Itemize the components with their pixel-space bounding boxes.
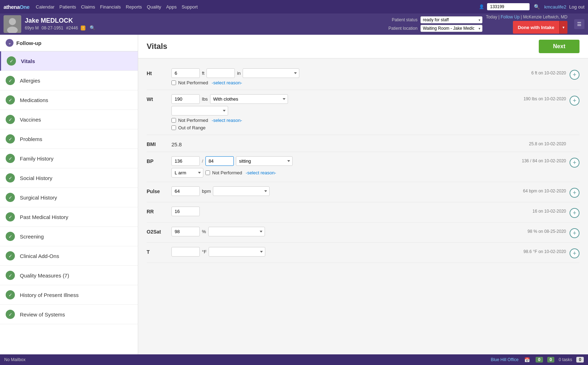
nav-reports[interactable]: Reports xyxy=(126,4,142,10)
patient-alert-badge: ! xyxy=(81,26,85,30)
pulse-value-input[interactable] xyxy=(171,186,200,196)
bp-slash: / xyxy=(202,158,203,164)
sidebar-item-vaccines[interactable]: ✓ Vaccines xyxy=(0,110,138,129)
sidebar-title: Follow-up xyxy=(16,40,41,46)
bp-diastolic-input[interactable] xyxy=(205,156,234,166)
sidebar-item-medications[interactable]: ✓ Medications xyxy=(0,90,138,110)
wt-add-button[interactable]: + xyxy=(570,96,579,106)
sidebar-item-quality-measures[interactable]: ✓ Quality Measures (7) xyxy=(0,266,138,285)
calendar-icon-btn[interactable]: 📅 xyxy=(523,357,531,363)
wt-inputs-row: lbs With clothes Without clothes With li… xyxy=(171,94,477,104)
sidebar-item-ros[interactable]: ✓ Review of Systems xyxy=(0,305,138,324)
badge2: 0 xyxy=(547,357,555,363)
hamburger-button[interactable]: ☰ xyxy=(574,19,584,29)
patient-search-btn[interactable]: 🔍 xyxy=(88,24,97,31)
wt-secondary-select[interactable] xyxy=(171,106,228,116)
pulse-row: Pulse bpm Regular Irregular 64 bpm on 10… xyxy=(147,182,579,202)
sidebar-item-clinical-addons[interactable]: ✓ Clinical Add-Ons xyxy=(0,246,138,266)
nav-claims[interactable]: Claims xyxy=(81,4,95,10)
user-name[interactable]: kmcaulife2 xyxy=(544,4,566,10)
next-button[interactable]: Next xyxy=(539,40,579,53)
sidebar-label-clinical-addons: Clinical Add-Ons xyxy=(20,253,59,259)
temp-value-input[interactable] xyxy=(171,247,200,257)
ros-check-icon: ✓ xyxy=(6,310,15,319)
sidebar-item-screening[interactable]: ✓ Screening xyxy=(0,227,138,246)
sidebar-item-problems[interactable]: ✓ Problems xyxy=(0,129,138,149)
ht-not-performed-checkbox[interactable] xyxy=(171,80,176,85)
family-history-check-icon: ✓ xyxy=(6,154,15,163)
search-button[interactable]: 🔍 xyxy=(532,3,541,10)
sidebar-item-surgical-history[interactable]: ✓ Surgical History xyxy=(0,188,138,207)
logout-link[interactable]: Log out xyxy=(569,4,584,10)
sidebar-item-allergies[interactable]: ✓ Allergies xyxy=(0,71,138,90)
followup-link[interactable]: Follow Up xyxy=(501,15,519,19)
sidebar-header: ⌄ Follow-up xyxy=(0,35,138,51)
wt-select-reason[interactable]: -select reason- xyxy=(212,118,242,123)
patient-dob: 08-27-1951 xyxy=(41,26,63,30)
nav-financials[interactable]: Financials xyxy=(100,4,121,10)
bp-label: BP xyxy=(147,156,168,164)
patient-details: 69yo M 08-27-1951 #2446 ! 🔍 xyxy=(25,24,373,31)
social-history-check-icon: ✓ xyxy=(6,173,15,182)
pulse-rhythm-select[interactable]: Regular Irregular xyxy=(213,186,270,196)
ht-method-select[interactable] xyxy=(243,68,299,78)
rr-row: RR 16 on 10-02-2020 + xyxy=(147,202,579,223)
o2sat-add-button[interactable]: + xyxy=(570,228,579,238)
pulse-history: 64 bpm on 10-02-2020 xyxy=(481,186,566,193)
wt-unit: lbs xyxy=(202,96,208,102)
pulse-add-button[interactable]: + xyxy=(570,188,579,198)
wt-not-performed-checkbox[interactable] xyxy=(171,118,176,123)
rr-add-button[interactable]: + xyxy=(570,208,579,218)
nav-quality[interactable]: Quality xyxy=(147,4,161,10)
ht-in-input[interactable] xyxy=(207,68,235,78)
nav-calendar[interactable]: Calendar xyxy=(36,4,55,10)
pulse-inputs-row: bpm Regular Irregular xyxy=(171,186,477,196)
bp-select-reason[interactable]: -select reason- xyxy=(246,170,276,175)
patient-status-select[interactable]: ready for staff xyxy=(420,16,482,23)
sidebar-item-hpi[interactable]: ✓ History of Present Illness xyxy=(0,285,138,305)
bp-systolic-input[interactable] xyxy=(171,156,200,166)
temp-site-select[interactable]: Oral Axillary Rectal Tympanic xyxy=(209,247,265,257)
search-input[interactable] xyxy=(487,3,530,10)
bp-position-select[interactable]: sitting standing lying xyxy=(236,156,293,166)
bp-row: BP / sitting standing lying xyxy=(147,152,579,182)
ht-select-reason[interactable]: -select reason- xyxy=(212,80,242,85)
bp-not-performed-checkbox[interactable] xyxy=(205,170,210,175)
wt-out-of-range-row: Out of Range xyxy=(171,125,477,130)
vitals-check-icon: ✓ xyxy=(7,56,16,66)
o2sat-method-select[interactable]: Room Air On O2 xyxy=(208,227,265,236)
collapse-icon[interactable]: ⌄ xyxy=(6,39,13,47)
o2sat-value-input[interactable] xyxy=(171,227,200,236)
patient-location-select[interactable]: Waiting Room - Jake Medlock xyxy=(420,25,482,32)
wt-value-input[interactable] xyxy=(171,94,200,104)
sidebar-item-family-history[interactable]: ✓ Family History xyxy=(0,149,138,168)
wt-not-performed-row: Not Performed -select reason- xyxy=(171,118,477,123)
bp-add-button[interactable]: + xyxy=(570,158,579,168)
quality-measures-check-icon: ✓ xyxy=(6,271,15,280)
nav-patients[interactable]: Patients xyxy=(60,4,76,10)
done-intake-button[interactable]: Done with Intake xyxy=(513,21,559,34)
hpi-check-icon: ✓ xyxy=(6,290,15,299)
patient-status-row: Patient status ready for staff xyxy=(377,16,482,23)
sidebar-label-problems: Problems xyxy=(20,136,42,142)
ht-add-button[interactable]: + xyxy=(570,70,579,80)
patient-status-section: Patient status ready for staff Patient l… xyxy=(377,16,482,32)
sidebar-label-social-history: Social History xyxy=(20,175,52,181)
bp-arm-select[interactable]: L arm R arm xyxy=(171,168,203,178)
tasks-count-badge: 0 xyxy=(576,357,584,363)
sidebar-item-social-history[interactable]: ✓ Social History xyxy=(0,168,138,188)
ht-ft-input[interactable] xyxy=(171,68,200,78)
sidebar-item-past-medical[interactable]: ✓ Past Medical History xyxy=(0,207,138,227)
main-nav: Calendar Patients Claims Financials Repo… xyxy=(36,4,473,10)
sidebar-item-vitals[interactable]: ✓ Vitals xyxy=(0,51,138,71)
nav-support[interactable]: Support xyxy=(182,4,198,10)
wt-out-of-range-checkbox[interactable] xyxy=(171,125,176,130)
nav-apps[interactable]: Apps xyxy=(166,4,177,10)
rr-value-input[interactable] xyxy=(171,207,200,216)
temp-add-button[interactable]: + xyxy=(570,248,579,258)
pulse-unit: bpm xyxy=(202,189,211,194)
patient-header: Jake MEDLOCK 69yo M 08-27-1951 #2446 ! 🔍… xyxy=(0,13,588,35)
wt-method-select[interactable]: With clothes Without clothes With light … xyxy=(210,94,288,104)
done-intake-dropdown[interactable]: ▾ xyxy=(559,21,567,34)
status-bar: No Mailbox Blue Hill Office 📅 0 0 0 task… xyxy=(0,354,588,365)
